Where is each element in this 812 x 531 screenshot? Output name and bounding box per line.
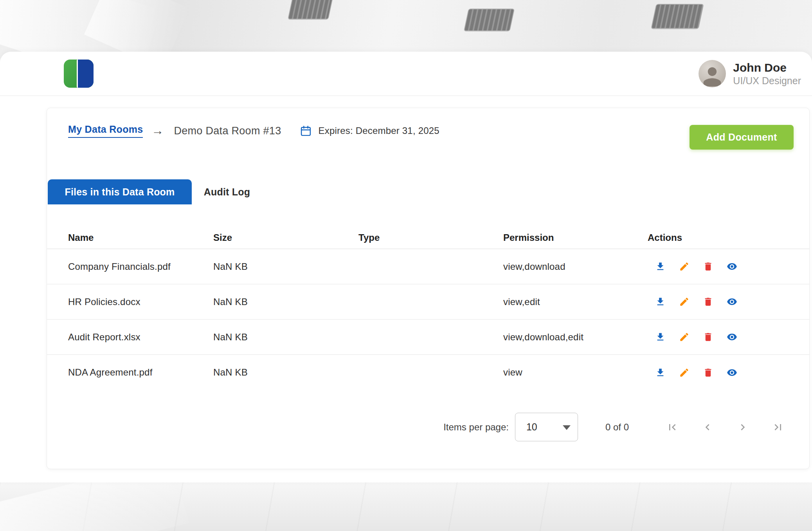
logo-blue-shape <box>77 60 94 88</box>
pagination: Items per page: 10 0 of 0 <box>47 413 809 441</box>
page-size-value: 10 <box>526 421 537 433</box>
background-floor <box>0 480 812 531</box>
breadcrumb-my-data-rooms-link[interactable]: My Data Rooms <box>68 124 143 138</box>
pencil-icon[interactable] <box>677 260 691 273</box>
file-permission: view,download,edit <box>503 332 648 343</box>
person-icon <box>701 65 723 87</box>
table-row: HR Policies.docx NaN KB view,edit <box>47 284 809 320</box>
tab-bar: Files in this Data Room Audit Log <box>48 179 262 204</box>
file-permission: view <box>503 367 648 378</box>
page: John Doe UI/UX Designer My Data Rooms → … <box>0 0 812 531</box>
user-role: UI/UX Designer <box>733 75 801 87</box>
last-page-icon[interactable] <box>771 421 785 434</box>
pencil-icon[interactable] <box>677 295 691 309</box>
data-room-card: My Data Rooms → Demo Data Room #13 Expir… <box>47 108 810 469</box>
table-row: Audit Report.xlsx NaN KB view,download,e… <box>47 320 809 355</box>
file-name: Audit Report.xlsx <box>68 332 213 343</box>
column-header-size: Size <box>213 232 358 243</box>
table-body: Company Financials.pdf NaN KB view,downl… <box>47 249 809 390</box>
trash-icon[interactable] <box>701 260 715 273</box>
file-name: NDA Agreement.pdf <box>68 367 213 378</box>
chevron-left-icon[interactable] <box>701 421 714 434</box>
row-actions <box>654 260 794 273</box>
eye-icon[interactable] <box>725 366 738 379</box>
file-name: HR Policies.docx <box>68 296 213 307</box>
breadcrumb: My Data Rooms → Demo Data Room #13 Expir… <box>68 122 439 139</box>
items-per-page-label: Items per page: <box>443 422 509 433</box>
file-permission: view,download <box>503 261 648 272</box>
user-name: John Doe <box>733 61 801 74</box>
eye-icon[interactable] <box>725 331 738 344</box>
eye-icon[interactable] <box>725 295 738 309</box>
tab-files-in-data-room[interactable]: Files in this Data Room <box>48 179 192 204</box>
page-range: 0 of 0 <box>605 422 629 433</box>
download-icon[interactable] <box>654 260 667 273</box>
user-profile[interactable]: John Doe UI/UX Designer <box>699 60 801 87</box>
pencil-icon[interactable] <box>677 331 691 344</box>
row-actions <box>654 295 794 309</box>
table-row: Company Financials.pdf NaN KB view,downl… <box>47 249 809 284</box>
trash-icon[interactable] <box>701 295 715 309</box>
eye-icon[interactable] <box>725 260 738 273</box>
pager-buttons <box>666 421 785 434</box>
row-actions <box>654 366 794 379</box>
column-header-type: Type <box>358 232 503 243</box>
table-header-row: Name Size Type Permission Actions <box>47 226 809 249</box>
chevron-down-icon <box>563 425 571 430</box>
expiry-date: Expires: December 31, 2025 <box>318 125 439 136</box>
file-size: NaN KB <box>213 296 358 307</box>
app-logo[interactable] <box>64 60 94 88</box>
row-actions <box>654 331 794 344</box>
add-document-button[interactable]: Add Document <box>690 125 794 150</box>
download-icon[interactable] <box>654 331 667 344</box>
ceiling-vent <box>464 9 515 31</box>
avatar[interactable] <box>699 60 726 87</box>
table-row: NDA Agreement.pdf NaN KB view <box>47 355 809 390</box>
column-header-actions: Actions <box>648 232 794 243</box>
files-table: Name Size Type Permission Actions Compan… <box>47 226 809 390</box>
trash-icon[interactable] <box>701 366 715 379</box>
calendar-icon <box>300 125 312 137</box>
file-size: NaN KB <box>213 332 358 343</box>
breadcrumb-current-room: Demo Data Room #13 <box>174 125 281 137</box>
background-ceiling <box>0 0 812 59</box>
main-surface: John Doe UI/UX Designer My Data Rooms → … <box>0 52 812 482</box>
column-header-permission: Permission <box>503 232 648 243</box>
trash-icon[interactable] <box>701 331 715 344</box>
tab-audit-log[interactable]: Audit Log <box>192 179 262 204</box>
user-meta: John Doe UI/UX Designer <box>733 61 801 87</box>
download-icon[interactable] <box>654 295 667 309</box>
file-name: Company Financials.pdf <box>68 261 213 272</box>
column-header-name: Name <box>68 232 213 243</box>
page-size-select[interactable]: 10 <box>515 413 578 441</box>
pencil-icon[interactable] <box>677 366 691 379</box>
file-size: NaN KB <box>213 261 358 272</box>
chevron-right-icon[interactable] <box>736 421 749 434</box>
ceiling-vent <box>288 0 333 20</box>
breadcrumb-arrow-icon: → <box>151 124 164 138</box>
app-header: John Doe UI/UX Designer <box>0 52 812 96</box>
file-permission: view,edit <box>503 296 648 307</box>
ceiling-vent <box>651 4 704 29</box>
download-icon[interactable] <box>654 366 667 379</box>
first-page-icon[interactable] <box>666 421 679 434</box>
file-size: NaN KB <box>213 367 358 378</box>
